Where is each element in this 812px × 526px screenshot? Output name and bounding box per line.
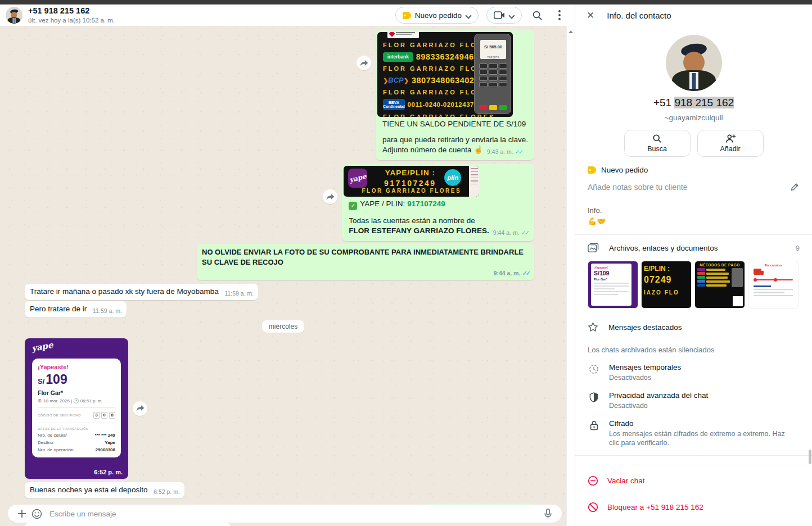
shield-icon	[589, 392, 598, 402]
block-label: Bloquear a +51 918 215 162	[607, 503, 703, 511]
contact-profile-photo[interactable]	[666, 35, 722, 91]
search-icon	[532, 10, 543, 21]
client-label-row[interactable]: Nuevo pedido	[575, 157, 812, 174]
thumbnail-payment-methods[interactable]: MÉTODOS DE PAGO	[694, 261, 745, 309]
star-icon	[588, 322, 598, 332]
new-order-label: Nuevo pedido	[415, 11, 462, 20]
search-icon	[652, 134, 662, 143]
setting-status: Desactivados	[609, 373, 681, 382]
caption-line: para que pueda retirarlo y enviarla la c…	[382, 135, 528, 145]
account-owner: FLOR GARRIAZO FLORES	[383, 87, 479, 97]
panel-scrollbar[interactable]	[808, 4, 811, 526]
add-button-label: Añadir	[720, 145, 740, 153]
caption-line: Adjunto número de cuenta ☝9:43 a. m.✓✓	[382, 145, 528, 155]
message-yape-plin[interactable]: yape YAPE/PLIN : 917107249 plin FLOR GAR…	[342, 164, 534, 241]
chat-header-texts[interactable]: +51 918 215 162 últ. vez hoy a la(s) 10:…	[28, 7, 115, 24]
thumb-text: ¡Yapeaste!	[594, 266, 629, 269]
security-code-label: CÓDIGO DE SEGURIDAD	[38, 414, 81, 417]
thumb-text: 07249	[644, 275, 689, 285]
setting-title: Cifrado	[609, 419, 795, 428]
thumbnail-yape-receipt[interactable]: ¡Yapeaste! S/109 Flor Gar*	[588, 261, 638, 309]
lock-icon	[590, 420, 598, 430]
date-divider: miércoles	[262, 320, 304, 333]
bcp-logo: ❯BCP❯	[383, 75, 409, 85]
caption-line: Todas las cuentas están a nombre de	[349, 216, 528, 226]
yape-plin-heading: YAPE/PLIN :	[371, 168, 449, 178]
message-text: Tratare ir mañana o pasado xk sty fuera …	[30, 287, 219, 296]
message-incoming[interactable]: Pero tratare de ir 11:59 a. m.	[25, 301, 127, 318]
forward-message-button[interactable]	[357, 56, 371, 70]
receipt-row: Nro. de celular*** *** 249	[38, 433, 115, 438]
starred-messages-row[interactable]: Mensajes destacados	[575, 314, 812, 332]
block-contact-button[interactable]: Bloquear a +51 918 215 162	[575, 486, 812, 513]
disappearing-messages-row[interactable]: Mensajes temporales Desactivados	[575, 354, 812, 382]
message-yape-receipt[interactable]: yape ¡Yapeaste! S/109 Flor Gar* 🗓 18 mar…	[25, 338, 128, 479]
scroll-up-arrow-icon[interactable]	[569, 30, 573, 33]
composer-bar: Escribe un mensaje	[0, 504, 566, 526]
account-owner: FLOR GARRIAZO FLORES	[344, 186, 479, 196]
video-call-button[interactable]	[486, 7, 522, 24]
chat-menu-button[interactable]	[552, 8, 567, 22]
read-receipt-icon: ✓✓	[522, 270, 529, 276]
search-contact-button[interactable]: Busca	[624, 130, 691, 157]
message-reminder[interactable]: NO OLVIDE ENVIAR LA FOTO DE SU COMPROBAN…	[197, 244, 534, 280]
message-time: 9:43 a. m.	[487, 148, 513, 155]
chat-column: +51 918 215 162 últ. vez hoy a la(s) 10:…	[0, 4, 575, 526]
message-time: 11:59 a. m.	[224, 290, 254, 297]
thumbnail-tracking[interactable]: En camino	[748, 261, 799, 309]
contact-about: Info. 💪🤝	[575, 192, 812, 225]
caption-line: ✓YAPE / PLIN: 917107249	[349, 199, 528, 210]
receipt-title: ¡Yapeaste!	[38, 364, 115, 370]
yape-logo: yape	[31, 339, 54, 353]
media-links-docs-row[interactable]: Archivos, enlaces y documentos 9	[575, 235, 812, 253]
forward-message-button[interactable]	[323, 189, 337, 204]
banco-nacion-logo	[387, 32, 419, 38]
about-text: 💪🤝	[588, 217, 800, 225]
voice-message-button[interactable]	[540, 506, 555, 521]
search-in-chat-button[interactable]	[530, 8, 544, 22]
message-incoming[interactable]: Buenas noches ya esta el deposito 6:52 p…	[25, 482, 184, 498]
message-input-pill[interactable]: Escribe un mensaje	[8, 505, 562, 523]
kebab-menu-icon	[558, 10, 561, 20]
pencil-icon[interactable]	[790, 182, 800, 192]
client-notes-row[interactable]: Añade notas sobre tu cliente	[575, 174, 812, 192]
thumbnail-yape-plin[interactable]: E/PLIN : 07249 IAZO FLO	[641, 261, 692, 309]
selected-text: 918 215 162	[674, 97, 734, 108]
message-time: 9:44 a. m.	[494, 270, 521, 276]
contact-avatar[interactable]	[6, 7, 22, 24]
message-time: 9:44 a. m.	[493, 229, 520, 236]
notes-placeholder[interactable]: Añade notas sobre tu cliente	[588, 183, 790, 192]
pos-terminal-illustration: S/ 565.00TARJETA	[474, 34, 511, 114]
attach-button[interactable]	[15, 506, 29, 521]
smiley-icon	[31, 509, 42, 519]
emoji-button[interactable]	[29, 506, 44, 521]
message-incoming[interactable]: Tratare ir mañana o pasado xk sty fuera …	[25, 284, 258, 300]
message-scroll-area[interactable]: FLOR GARRIAZO FLORES interbank 898336324…	[0, 26, 566, 526]
window-top-strip	[0, 0, 812, 4]
message-text: NO OLVIDE ENVIAR LA FOTO DE SU COMPROBAN…	[202, 248, 524, 266]
new-order-button[interactable]: Nuevo pedido	[395, 7, 479, 24]
forward-message-button[interactable]	[133, 401, 147, 416]
message-input[interactable]: Escribe un mensaje	[49, 510, 540, 518]
account-owner: FLOR GARRIAZO FLORES	[383, 40, 479, 50]
account-owner: FLOR GARRIAZO FLORES	[383, 112, 479, 117]
panel-title: Info. del contacto	[607, 11, 671, 20]
contact-info-panel: ✕ Info. del contacto +51 918 215 162 ~gu…	[575, 4, 812, 526]
panel-scroll-area[interactable]: +51 918 215 162 ~guayamizculquil Busca A…	[575, 26, 812, 526]
label-tag-icon	[588, 166, 596, 174]
plus-icon	[17, 509, 26, 518]
message-bank-accounts[interactable]: FLOR GARRIAZO FLORES interbank 898336324…	[376, 30, 534, 160]
close-icon[interactable]: ✕	[587, 10, 594, 21]
advanced-privacy-row[interactable]: Privacidad avanzada del chat Desactivado	[575, 382, 812, 410]
contact-name[interactable]: +51 918 215 162	[28, 7, 115, 16]
yape-plin-image[interactable]: yape YAPE/PLIN : 917107249 plin FLOR GAR…	[344, 166, 479, 197]
contact-phone-number[interactable]: +51 918 215 162	[575, 97, 812, 109]
encryption-row[interactable]: Cifrado Los mensajes están cifrados de e…	[575, 410, 812, 447]
media-count: 9	[796, 244, 800, 252]
add-contact-button[interactable]: Añadir	[697, 130, 764, 157]
receipt-datetime: 🗓 18 mar. 2026 | 🕐 06:51 p. m.	[38, 398, 115, 403]
check-emoji: ✓	[349, 202, 357, 210]
chat-scrollbar[interactable]	[566, 26, 575, 526]
bank-accounts-image[interactable]: FLOR GARRIAZO FLORES interbank 898336324…	[377, 32, 513, 117]
clear-chat-button[interactable]: Vaciar chat	[575, 465, 812, 486]
